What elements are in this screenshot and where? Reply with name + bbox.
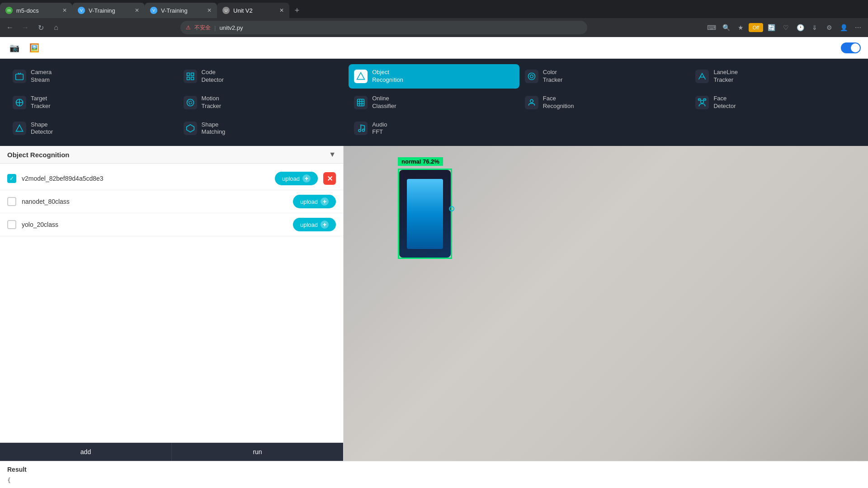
browser-actions: ⌨ 🔍 ★ Off 🔄 ♡ 🕐 ⇓ ⚙ 👤 ⋯	[705, 21, 864, 34]
panel-footer: add run	[0, 442, 343, 461]
upload-button-1[interactable]: upload +	[275, 172, 318, 185]
nav-label-face-recognition: FaceRecognition	[543, 95, 574, 110]
tab-vtraining-2[interactable]: V V-Training ✕	[145, 3, 217, 18]
nav-item-color-tracker[interactable]: ColorTracker	[519, 64, 690, 89]
camera-background: normal 76.2%	[344, 146, 868, 461]
forward-button[interactable]: →	[19, 21, 32, 34]
model-checkbox-1[interactable]: ✓	[7, 174, 16, 183]
history-button[interactable]: 🕐	[794, 21, 807, 34]
zoom-button[interactable]: 🔍	[720, 21, 732, 34]
reload-button[interactable]: ↻	[34, 21, 47, 34]
target-tracker-icon	[13, 96, 26, 109]
navigation-bar: ← → ↻ ⌂ ⚠ 不安全 | unitv2.py ⌨ 🔍 ★ Off 🔄 ♡ …	[0, 18, 868, 37]
tab-label-3: V-Training	[161, 7, 188, 14]
tab-label-4: Unit V2	[233, 7, 253, 14]
nav-item-motion-tracker[interactable]: MotionTracker	[178, 90, 349, 115]
face-detector-icon	[695, 96, 709, 109]
nav-item-audio-fft[interactable]: AudioFFT	[349, 117, 519, 141]
tab-close-1[interactable]: ✕	[62, 7, 67, 14]
model-item-1: ✓ v2model_82bef89d4a5cd8e3 upload + ✕	[0, 167, 343, 190]
svg-rect-3	[187, 77, 189, 80]
result-panel: Result {	[0, 461, 868, 488]
tab-favicon-1: m	[5, 7, 13, 14]
bookmark-add-button[interactable]: ★	[734, 21, 747, 34]
favorites-button[interactable]: ♡	[779, 21, 792, 34]
tab-close-3[interactable]: ✕	[207, 7, 212, 14]
object-recognition-icon	[354, 70, 368, 83]
nav-label-shape-detector: ShapeDetector	[31, 121, 53, 136]
add-button[interactable]: add	[0, 443, 172, 461]
more-button[interactable]: ⋯	[852, 21, 864, 34]
svg-rect-21	[704, 99, 706, 100]
nav-item-online-classifier[interactable]: OnlineClassifier	[349, 90, 519, 115]
tab-label-1: m5-docs	[16, 7, 39, 14]
svg-point-25	[363, 129, 365, 131]
tab-vtraining-1[interactable]: V V-Training ✕	[72, 3, 145, 18]
nav-item-code-detector[interactable]: CodeDetector	[178, 64, 349, 89]
upload-plus-icon-1: +	[302, 174, 311, 183]
svg-point-6	[528, 73, 535, 80]
nav-item-object-recognition[interactable]: ObjectRecognition	[349, 64, 519, 89]
body-area: Object Recognition ▼ ✓ v2model_82bef89d4…	[0, 146, 868, 461]
svg-marker-22	[16, 125, 23, 131]
tab-m5-docs[interactable]: m m5-docs ✕	[0, 3, 72, 18]
nav-item-camera-stream[interactable]: CameraStream	[7, 64, 178, 89]
new-tab-button[interactable]: +	[289, 3, 305, 18]
phone-screen	[407, 179, 443, 249]
nav-label-online-classifier: OnlineClassifier	[372, 95, 396, 110]
nav-label-shape-matching: ShapeMatching	[202, 121, 226, 136]
nav-label-motion-tracker: MotionTracker	[202, 95, 222, 110]
address-bar[interactable]: ⚠ 不安全 | unitv2.py	[180, 21, 587, 34]
laneline-tracker-icon	[695, 70, 709, 83]
downloads-button[interactable]: ⇓	[808, 21, 821, 34]
upload-button-2[interactable]: upload +	[293, 195, 336, 208]
model-name-2: nanodet_80class	[22, 198, 288, 205]
translate-button[interactable]: ⌨	[705, 21, 718, 34]
motion-tracker-icon	[184, 96, 197, 109]
image-gallery-button[interactable]: 🖼️	[27, 41, 42, 55]
svg-rect-0	[16, 74, 24, 80]
tab-close-2[interactable]: ✕	[135, 7, 139, 14]
extensions-button[interactable]: Off	[749, 23, 763, 32]
back-button[interactable]: ←	[4, 21, 16, 34]
nav-item-laneline-tracker[interactable]: LaneLineTracker	[690, 64, 861, 89]
url-separator: |	[214, 24, 216, 31]
svg-point-24	[359, 130, 361, 132]
shape-detector-icon	[13, 122, 26, 135]
settings-button[interactable]: ⚙	[823, 21, 835, 34]
upload-button-3[interactable]: upload +	[293, 218, 336, 231]
upload-plus-icon-3: +	[321, 221, 329, 229]
online-classifier-icon	[354, 96, 368, 109]
nav-label-object-recognition: ObjectRecognition	[372, 69, 403, 84]
url-text: unitv2.py	[219, 24, 243, 31]
account-button[interactable]: 👤	[837, 21, 850, 34]
model-name-3: yolo_20class	[22, 221, 288, 228]
power-toggle[interactable]	[841, 42, 861, 53]
model-list: ✓ v2model_82bef89d4a5cd8e3 upload + ✕ na…	[0, 164, 343, 442]
run-button[interactable]: run	[172, 443, 343, 461]
nav-item-shape-matching[interactable]: ShapeMatching	[178, 117, 349, 141]
tab-unit-v2[interactable]: U Unit V2 ✕	[217, 3, 289, 18]
svg-rect-13	[358, 99, 364, 106]
detection-bounding-box: normal 76.2%	[398, 169, 452, 259]
security-icon: ⚠	[186, 24, 191, 31]
model-checkbox-3[interactable]	[7, 220, 16, 229]
nav-item-face-detector[interactable]: FaceDetector	[690, 90, 861, 115]
tab-close-4[interactable]: ✕	[279, 7, 284, 14]
camera-view: normal 76.2%	[344, 146, 868, 461]
camera-capture-button[interactable]: 📷	[7, 41, 22, 55]
nav-item-target-tracker[interactable]: TargetTracker	[7, 90, 178, 115]
svg-point-12	[189, 101, 192, 104]
profile-button[interactable]: 🔄	[765, 21, 778, 34]
audio-fft-icon	[354, 122, 368, 135]
panel-title: Object Recognition	[7, 151, 70, 159]
model-checkbox-2[interactable]	[7, 197, 16, 206]
nav-item-face-recognition[interactable]: FaceRecognition	[519, 90, 690, 115]
panel-dropdown-button[interactable]: ▼	[329, 150, 336, 159]
nav-menu: CameraStream CodeDetector ObjectRecognit…	[0, 59, 868, 146]
panel-header: Object Recognition ▼	[0, 146, 343, 164]
home-button[interactable]: ⌂	[50, 21, 62, 34]
delete-button-1[interactable]: ✕	[323, 172, 336, 185]
nav-item-shape-detector[interactable]: ShapeDetector	[7, 117, 178, 141]
tab-favicon-4: U	[222, 7, 230, 14]
